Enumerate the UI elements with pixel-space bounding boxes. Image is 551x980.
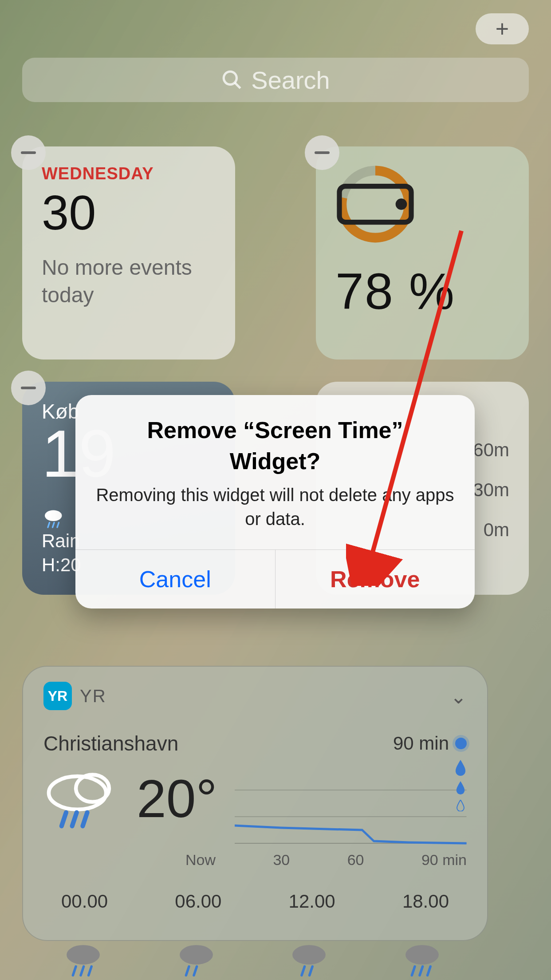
svg-point-17 bbox=[67, 945, 100, 964]
svg-line-26 bbox=[310, 967, 313, 976]
search-icon bbox=[221, 69, 243, 91]
screentime-widget[interactable]: 78 % bbox=[316, 146, 529, 360]
calendar-message: No more events today bbox=[42, 254, 216, 309]
svg-line-29 bbox=[420, 967, 423, 976]
calendar-widget[interactable]: WEDNESDAY 30 No more events today bbox=[22, 146, 235, 360]
search-placeholder: Search bbox=[251, 66, 330, 95]
cloud-rain-icon bbox=[400, 939, 449, 979]
svg-line-12 bbox=[72, 813, 77, 826]
yr-temp: 20° bbox=[137, 768, 217, 829]
yr-app-label: YR bbox=[80, 686, 106, 706]
phone-icon bbox=[335, 164, 415, 244]
remove-button[interactable]: Remove bbox=[276, 550, 475, 609]
svg-line-22 bbox=[186, 967, 189, 976]
svg-point-27 bbox=[405, 945, 439, 964]
yr-forecast-chart bbox=[235, 768, 467, 857]
svg-point-5 bbox=[45, 510, 62, 522]
calendar-day: WEDNESDAY bbox=[42, 164, 216, 183]
screentime-ring bbox=[335, 164, 415, 244]
cancel-button[interactable]: Cancel bbox=[75, 550, 276, 609]
calendar-date: 30 bbox=[42, 184, 216, 241]
svg-line-30 bbox=[428, 967, 431, 976]
svg-line-20 bbox=[89, 967, 92, 976]
dialog-message: Removing this widget will not delete any… bbox=[75, 483, 475, 549]
remove-widget-dialog: Remove “Screen Time” Widget? Removing th… bbox=[75, 395, 475, 609]
screentime-percent: 78 % bbox=[335, 262, 509, 320]
cloud-rain-icon bbox=[287, 939, 336, 979]
svg-line-25 bbox=[302, 967, 305, 976]
cloud-rain-icon bbox=[174, 939, 223, 979]
search-input[interactable]: Search bbox=[22, 58, 529, 102]
usage-row-value: 30m bbox=[473, 479, 509, 501]
svg-line-18 bbox=[73, 967, 76, 976]
yr-axis-label: Now bbox=[185, 851, 216, 869]
drop-icon bbox=[456, 800, 465, 811]
yr-location: Christianshavn bbox=[43, 731, 178, 755]
svg-line-7 bbox=[53, 523, 55, 528]
svg-line-13 bbox=[83, 813, 87, 826]
remove-widget-badge[interactable] bbox=[11, 135, 46, 170]
yr-hour: 12.00 bbox=[289, 891, 335, 912]
svg-point-21 bbox=[180, 945, 213, 964]
svg-line-23 bbox=[194, 967, 197, 976]
svg-point-24 bbox=[292, 945, 326, 964]
rain-icon bbox=[42, 506, 67, 530]
yr-logo: YR bbox=[43, 682, 72, 710]
drop-icon bbox=[455, 781, 466, 794]
chevron-down-icon[interactable]: ⌄ bbox=[450, 685, 467, 708]
remove-widget-badge[interactable] bbox=[305, 135, 339, 170]
yr-duration: 90 min bbox=[393, 733, 467, 754]
yr-hour: 00.00 bbox=[61, 891, 108, 912]
drop-icon bbox=[454, 760, 467, 776]
usage-row-value: 0m bbox=[473, 519, 509, 541]
remove-widget-badge[interactable] bbox=[11, 371, 46, 405]
svg-line-28 bbox=[412, 967, 415, 976]
svg-line-11 bbox=[62, 813, 66, 826]
plus-icon: + bbox=[496, 16, 509, 42]
radio-dot-icon bbox=[455, 738, 467, 749]
cloud-rain-icon bbox=[61, 939, 110, 979]
dialog-title: Remove “Screen Time” Widget? bbox=[75, 395, 475, 483]
add-widget-button[interactable]: + bbox=[476, 13, 529, 44]
yr-hour: 18.00 bbox=[402, 891, 449, 912]
yr-hour: 06.00 bbox=[175, 891, 221, 912]
yr-widget[interactable]: YR YR ⌄ Christianshavn 90 min 20° bbox=[22, 666, 488, 941]
svg-line-19 bbox=[81, 967, 84, 976]
usage-row-value: 60m bbox=[473, 439, 509, 461]
svg-line-8 bbox=[57, 523, 59, 528]
svg-point-0 bbox=[224, 71, 237, 84]
svg-line-6 bbox=[48, 523, 50, 528]
svg-point-4 bbox=[398, 201, 404, 207]
rain-cloud-icon bbox=[43, 768, 119, 830]
